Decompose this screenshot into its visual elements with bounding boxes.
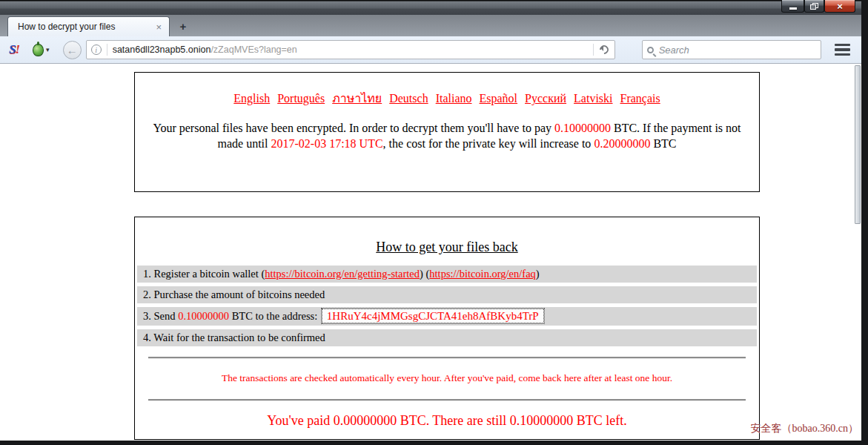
close-icon: × <box>837 1 843 11</box>
window-controls: × <box>781 0 855 13</box>
menu-button[interactable] <box>830 41 855 59</box>
tab-close-icon[interactable]: × <box>154 22 163 32</box>
language-links: English Português ภาษาไทย Deutsch Italia… <box>135 89 759 108</box>
navigation-bar: S! ▾ ← i satan6dll23napb5.onion/zZaqMVEs… <box>0 36 861 64</box>
url-text[interactable]: satan6dll23napb5.onion/zZaqMVEs?lang=en <box>113 44 593 55</box>
url-host: satan6dll23napb5.onion <box>113 44 211 55</box>
howto-heading: How to get your files back <box>135 240 759 255</box>
restore-button[interactable] <box>804 0 824 13</box>
minimize-button[interactable] <box>781 0 804 13</box>
watermark: 安全客（bobao.360.cn） <box>751 422 858 435</box>
onion-icon <box>33 44 44 56</box>
bitcoin-faq-link[interactable]: https://bitcoin.org/en/faq <box>429 268 536 280</box>
search-icon <box>647 47 654 53</box>
step-wait-confirmation: 4. Wait for the transaction to be confir… <box>137 329 757 346</box>
divider <box>148 399 746 400</box>
lang-link-portugues[interactable]: Português <box>277 92 325 105</box>
reload-button[interactable] <box>593 44 612 56</box>
payment-status: You've paid 0.00000000 BTC. There are st… <box>135 413 759 429</box>
lang-link-deutsch[interactable]: Deutsch <box>389 92 428 105</box>
step-register-wallet: 1. Register a bitcoin wallet (https://bi… <box>137 266 757 283</box>
search-box[interactable] <box>642 40 821 59</box>
step-send-btc: 3. Send 0.10000000 BTC to the address: 1… <box>137 307 757 326</box>
search-input[interactable] <box>659 44 816 56</box>
lang-link-latviski[interactable]: Latviski <box>574 92 612 105</box>
url-separator <box>107 44 107 56</box>
url-path: /zZaqMVEs?lang=en <box>211 44 296 55</box>
scrollbar-thumb[interactable] <box>855 65 861 224</box>
btc-amount-increased: 0.20000000 <box>594 137 650 150</box>
page-content: English Português ภาษาไทย Deutsch Italia… <box>134 64 760 440</box>
tab-title: How to decrypt your files <box>18 22 154 32</box>
hamburger-icon <box>835 44 850 47</box>
transactions-notice: The transactions are checked automatical… <box>135 372 759 384</box>
lang-link-italiano[interactable]: Italiano <box>436 92 472 105</box>
chevron-down-icon: ▾ <box>46 46 50 53</box>
payment-deadline: 2017-02-03 17:18 UTC <box>271 137 382 150</box>
back-button[interactable]: ← <box>63 41 82 59</box>
btc-amount-current: 0.10000000 <box>554 122 611 134</box>
bitcoin-address-field[interactable]: 1HRuY4c4jMMGsgCJCTA41eh8AfBKyb4TrP <box>322 309 544 323</box>
howto-panel: How to get your files back 1. Register a… <box>134 217 760 440</box>
lang-link-francais[interactable]: Français <box>620 92 660 105</box>
title-bar: × <box>0 0 861 15</box>
reload-icon <box>597 44 610 56</box>
restore-icon <box>810 3 818 10</box>
steps-list: 1. Register a bitcoin wallet (https://bi… <box>135 266 759 346</box>
btc-send-amount: 0.10000000 <box>178 310 229 322</box>
tab-decrypt-files[interactable]: How to decrypt your files × <box>7 16 170 36</box>
site-info-icon[interactable]: i <box>91 44 102 55</box>
tab-strip: How to decrypt your files × + <box>0 15 861 36</box>
new-tab-button[interactable]: + <box>176 20 190 33</box>
back-arrow-icon: ← <box>67 44 78 56</box>
minimize-icon <box>789 7 797 10</box>
url-bar[interactable]: i satan6dll23napb5.onion/zZaqMVEs?lang=e… <box>86 40 615 59</box>
lang-link-russian[interactable]: Русский <box>525 92 566 105</box>
bitcoin-getting-started-link[interactable]: https://bitcoin.org/en/getting-started <box>265 268 420 280</box>
lang-link-english[interactable]: English <box>233 92 270 105</box>
divider <box>148 357 746 358</box>
lang-link-thai[interactable]: ภาษาไทย <box>332 92 382 105</box>
ransom-info-panel: English Português ภาษาไทย Deutsch Italia… <box>134 72 760 192</box>
s-logo: S! <box>9 42 19 57</box>
tor-onion-button[interactable]: ▾ <box>33 44 50 56</box>
ransom-message: Your personal files have been encrypted.… <box>148 120 746 151</box>
close-button[interactable]: × <box>824 0 855 13</box>
browser-window: × How to decrypt your files × + S! ▾ ← i… <box>0 0 868 445</box>
page-viewport: English Português ภาษาไทย Deutsch Italia… <box>0 64 861 441</box>
lang-link-espanol[interactable]: Español <box>480 92 518 105</box>
step-purchase-bitcoins: 2. Purchase the amount of bitcoins neede… <box>137 286 757 303</box>
